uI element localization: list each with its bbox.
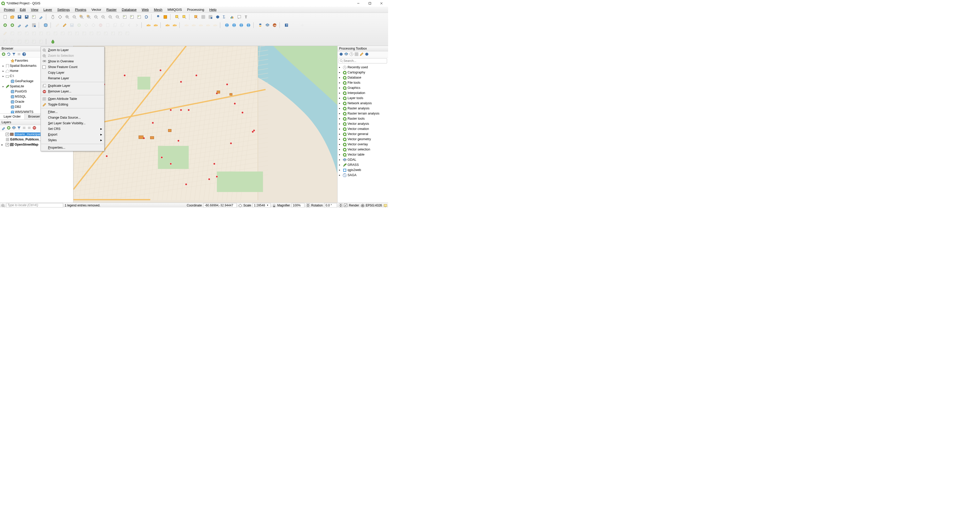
processing-group[interactable]: ▸Vector table	[337, 152, 388, 157]
menu-layer[interactable]: Layer	[41, 7, 54, 12]
processing-options-icon[interactable]	[365, 52, 369, 56]
qms-search-button[interactable]	[238, 22, 244, 28]
snap-button[interactable]	[2, 38, 8, 45]
show-bookmarks-button[interactable]	[136, 14, 142, 20]
menu-vector[interactable]: Vector	[89, 7, 103, 12]
action-button[interactable]	[162, 14, 169, 20]
paint-button[interactable]	[50, 38, 56, 45]
new-project-button[interactable]	[2, 14, 8, 20]
menu-plugins[interactable]: Plugins	[73, 7, 89, 12]
processing-search[interactable]	[339, 58, 387, 64]
label-options-button[interactable]	[172, 22, 178, 28]
messages-icon[interactable]	[383, 204, 387, 207]
add-vector-layer-button[interactable]	[2, 22, 8, 28]
processing-group[interactable]: ▸Vector creation	[337, 126, 388, 131]
coord-value[interactable]: -60.68994,-32.94447	[203, 203, 237, 207]
processing-group[interactable]: ▸Layer tools	[337, 96, 388, 100]
label-highlight-button[interactable]	[153, 22, 159, 28]
processing-group[interactable]: ▸SAGA	[337, 172, 388, 178]
context-menu-item[interactable]: Open Attribute Table	[41, 96, 104, 102]
context-menu-item[interactable]: Toggle Editing	[41, 102, 104, 107]
processing-model-icon[interactable]	[344, 52, 348, 56]
context-menu-item[interactable]: Remove Layer...	[41, 89, 104, 94]
help-button[interactable]	[283, 22, 290, 28]
processing-tree[interactable]: ▸Recently used▸Cartography▸Database▸File…	[337, 64, 388, 178]
enable-properties-icon[interactable]	[22, 52, 26, 56]
s5-button[interactable]	[31, 38, 37, 45]
processing-group[interactable]: ▸Vector overlay	[337, 142, 388, 147]
style-manager-button[interactable]	[38, 14, 44, 20]
select-by-value-button[interactable]	[181, 14, 188, 20]
collapse-all-icon[interactable]	[27, 126, 32, 130]
processing-toolbox-button[interactable]	[215, 14, 221, 20]
pan-to-selection-button[interactable]	[57, 14, 63, 20]
remove-layer-icon[interactable]	[32, 126, 37, 130]
zoom-last-button[interactable]	[107, 14, 113, 20]
processing-group[interactable]: ▸Raster terrain analysis	[337, 111, 388, 116]
menu-database[interactable]: Database	[119, 7, 139, 12]
menu-project[interactable]: Project	[2, 7, 17, 12]
context-menu-item[interactable]: Change Data Source...	[41, 115, 104, 120]
processing-search-input[interactable]	[339, 59, 387, 63]
processing-group[interactable]: ▸Interpolation	[337, 90, 388, 96]
open-project-button[interactable]	[9, 14, 15, 20]
labeling-button[interactable]	[145, 22, 151, 28]
extents-toggle-icon[interactable]	[238, 204, 242, 207]
context-menu-item[interactable]: Styles▶	[41, 137, 104, 143]
context-menu-item[interactable]: Rename Layer	[41, 75, 104, 81]
processing-gear-icon[interactable]	[339, 52, 344, 56]
zoom-full-button[interactable]	[78, 14, 85, 20]
zoom-native-button[interactable]	[100, 14, 106, 20]
menu-edit[interactable]: Edit	[18, 7, 28, 12]
new-map-view-button[interactable]	[122, 14, 128, 20]
tab-layer-order[interactable]: Layer Order	[0, 114, 25, 119]
context-menu-item[interactable]: Copy Layer	[41, 70, 104, 75]
zoom-next-button[interactable]	[115, 14, 121, 20]
save-as-button[interactable]	[24, 14, 30, 20]
s3-button[interactable]	[16, 38, 22, 45]
processing-group[interactable]: ▸Cartography	[337, 70, 388, 75]
locator-input[interactable]: Type to locate (Ctrl+K)	[6, 203, 63, 207]
layer-visibility-checkbox[interactable]: ✓	[6, 133, 9, 136]
context-menu-item[interactable]: Zoom to Layer	[41, 47, 104, 53]
menu-mesh[interactable]: Mesh	[152, 7, 165, 12]
processing-group[interactable]: ▸Network analysis	[337, 100, 388, 106]
new-bookmark-button[interactable]	[129, 14, 135, 20]
menu-web[interactable]: Web	[139, 7, 151, 12]
osm-button[interactable]	[272, 22, 278, 28]
maximize-button[interactable]	[364, 0, 375, 7]
menu-view[interactable]: View	[29, 7, 41, 12]
refresh-icon[interactable]	[7, 52, 11, 56]
context-menu-item[interactable]: Show Feature Count	[41, 64, 104, 70]
context-menu-item[interactable]: Show in Overview	[41, 59, 104, 64]
processing-group[interactable]: ▸Vector analysis	[337, 121, 388, 126]
add-group-icon[interactable]	[7, 126, 11, 130]
add-layer-icon[interactable]	[2, 52, 6, 56]
toggle-editing-button[interactable]	[62, 22, 68, 28]
attribute-table-button[interactable]	[200, 14, 206, 20]
map-tips-button[interactable]	[236, 14, 242, 20]
map-canvas[interactable]	[73, 46, 337, 202]
qms-button[interactable]	[224, 22, 230, 28]
measure-button[interactable]	[229, 14, 235, 20]
menu-settings[interactable]: Settings	[55, 7, 72, 12]
context-menu-item[interactable]: Properties...	[41, 145, 104, 150]
current-edits-button[interactable]	[54, 22, 60, 28]
processing-group[interactable]: ▸Database	[337, 75, 388, 80]
processing-group[interactable]: ▸GDAL	[337, 157, 388, 162]
processing-history-icon[interactable]	[349, 52, 354, 56]
menu-processing[interactable]: Processing	[185, 7, 207, 12]
qms-geocoding-button[interactable]	[245, 22, 251, 28]
render-checkbox[interactable]: ✓	[344, 204, 347, 207]
processing-group[interactable]: ▸Raster analysis	[337, 106, 388, 111]
lock-scale-icon[interactable]	[272, 204, 276, 207]
expand-all-icon[interactable]	[22, 126, 26, 130]
processing-group[interactable]: ▸qgis2web	[337, 167, 388, 172]
zoom-layer-button[interactable]	[93, 14, 99, 20]
menu-mmqgis[interactable]: MMQGIS	[165, 7, 184, 12]
collapse-all-icon[interactable]	[17, 52, 21, 56]
s4-button[interactable]	[24, 38, 30, 45]
processing-group[interactable]: ▸Raster tools	[337, 116, 388, 121]
s2-button[interactable]	[9, 38, 15, 45]
epsg-label[interactable]: EPSG:4326	[366, 204, 382, 207]
